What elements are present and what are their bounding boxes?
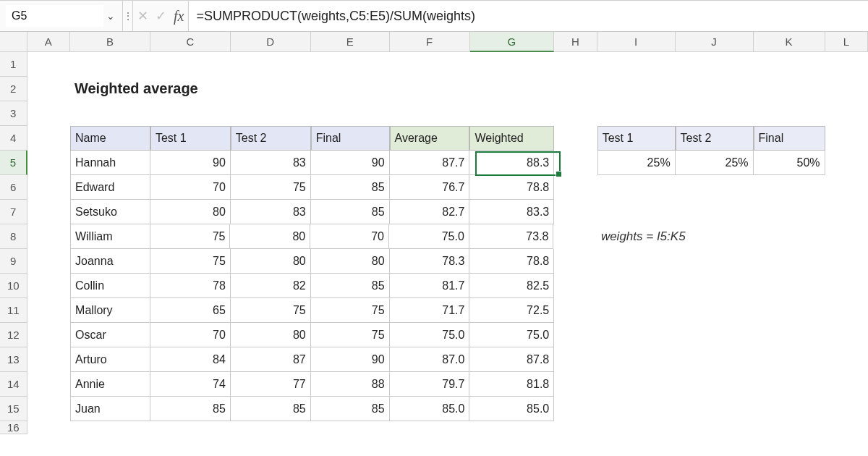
cell-cL16[interactable]	[825, 421, 868, 434]
wth-test1[interactable]: Test 1	[597, 126, 676, 151]
cell-name-15[interactable]: Juan	[70, 397, 150, 421]
cell-t2-12[interactable]: 80	[231, 323, 311, 347]
cell-cI3[interactable]	[597, 101, 676, 126]
cell-J9[interactable]	[676, 249, 754, 274]
cell-H12[interactable]	[554, 323, 597, 347]
cell-J14[interactable]	[676, 372, 754, 397]
col-header-C[interactable]: C	[150, 32, 231, 52]
row-header-4[interactable]: 4	[0, 126, 27, 151]
cell-final-11[interactable]: 75	[311, 298, 390, 323]
cell-final-8[interactable]: 70	[310, 224, 389, 249]
col-header-I[interactable]: I	[597, 32, 676, 52]
cell-A14[interactable]	[27, 372, 70, 397]
cell-K9[interactable]	[754, 249, 825, 274]
cell-avg-7[interactable]: 82.7	[390, 200, 470, 224]
cell-H9[interactable]	[554, 249, 597, 274]
cell-avg-10[interactable]: 81.7	[390, 274, 470, 298]
cell-name-14[interactable]: Annie	[70, 372, 150, 397]
cell-cJ16[interactable]	[676, 421, 754, 434]
row-header-10[interactable]: 10	[0, 274, 27, 298]
cell-cD16[interactable]	[231, 421, 311, 434]
cell-cK3[interactable]	[754, 101, 825, 126]
cell-L7[interactable]	[825, 200, 868, 224]
cell-cG16[interactable]	[469, 421, 554, 434]
cell-final-10[interactable]: 85	[311, 274, 390, 298]
cell-K13[interactable]	[754, 347, 825, 372]
cell-J12[interactable]	[676, 323, 754, 347]
cell-I14[interactable]	[597, 372, 676, 397]
th-weighted[interactable]: Weighted	[469, 126, 554, 151]
cell-cB16[interactable]	[70, 421, 150, 434]
cell-final-14[interactable]: 88	[311, 372, 390, 397]
cell-L6[interactable]	[825, 175, 868, 200]
name-box-dropdown-icon[interactable]: ⌄	[103, 10, 118, 22]
cell-t1-8[interactable]: 75	[150, 224, 231, 249]
cell-wt-9[interactable]: 78.8	[469, 249, 554, 274]
cell-wt-13[interactable]: 87.8	[469, 347, 554, 372]
cell-A10[interactable]	[27, 274, 70, 298]
cell-t2-13[interactable]: 87	[231, 347, 311, 372]
cell-cI2[interactable]	[597, 77, 676, 101]
row-header-11[interactable]: 11	[0, 298, 27, 323]
cell-avg-11[interactable]: 71.7	[390, 298, 470, 323]
cell-t1-14[interactable]: 74	[150, 372, 231, 397]
row-header-8[interactable]: 8	[0, 224, 27, 249]
cell-name-5[interactable]: Hannah	[70, 151, 150, 175]
cell-A15[interactable]	[27, 397, 70, 421]
cell-cG2[interactable]	[470, 77, 555, 101]
cell-t1-11[interactable]: 65	[150, 298, 231, 323]
cell-cG1[interactable]	[469, 52, 554, 77]
cell-cD3[interactable]	[231, 101, 311, 126]
cell-w3[interactable]: 50%	[754, 151, 825, 175]
cell-name-8[interactable]: William	[70, 224, 150, 249]
cell-cC16[interactable]	[150, 421, 231, 434]
cell-K7[interactable]	[754, 200, 825, 224]
cell-A6[interactable]	[27, 175, 70, 200]
cell-J15[interactable]	[676, 397, 754, 421]
cell-J10[interactable]	[676, 274, 754, 298]
cell-cH2[interactable]	[555, 77, 597, 101]
cell-t2-7[interactable]: 83	[231, 200, 311, 224]
cell-w2[interactable]: 25%	[676, 151, 754, 175]
cell-H13[interactable]	[554, 347, 597, 372]
cell-J13[interactable]	[676, 347, 754, 372]
cell-cB1[interactable]	[70, 52, 150, 77]
cell-final-15[interactable]: 85	[311, 397, 390, 421]
cell-cH1[interactable]	[554, 52, 597, 77]
cell-H15[interactable]	[554, 397, 597, 421]
cell-avg-8[interactable]: 75.0	[389, 224, 469, 249]
cell-avg-6[interactable]: 76.7	[390, 175, 470, 200]
row-header-12[interactable]: 12	[0, 323, 27, 347]
cell-name-7[interactable]: Setsuko	[70, 200, 150, 224]
row-header-2[interactable]: 2	[0, 77, 27, 101]
fx-icon[interactable]: fx	[174, 8, 184, 25]
cell-A7[interactable]	[27, 200, 70, 224]
cell-cK2[interactable]	[754, 77, 825, 101]
cell-wt-11[interactable]: 72.5	[469, 298, 554, 323]
cell-avg-12[interactable]: 75.0	[390, 323, 470, 347]
cell-cI1[interactable]	[597, 52, 676, 77]
col-header-A[interactable]: A	[27, 32, 70, 52]
cell-t1-6[interactable]: 70	[150, 175, 231, 200]
cell-K6[interactable]	[754, 175, 825, 200]
cell-t1-10[interactable]: 78	[150, 274, 231, 298]
cell-t2-10[interactable]: 82	[231, 274, 311, 298]
cell-final-9[interactable]: 80	[311, 249, 390, 274]
cell-cA3[interactable]	[27, 101, 70, 126]
worksheet[interactable]: A B C D E F G H I J K L 12Weighted avera…	[0, 32, 868, 456]
cell-name-11[interactable]: Mallory	[70, 298, 150, 323]
cell-t2-8[interactable]: 80	[230, 224, 310, 249]
cell-cF16[interactable]	[390, 421, 470, 434]
cell-final-7[interactable]: 85	[311, 200, 390, 224]
cell-J11[interactable]	[676, 298, 754, 323]
cell-H4[interactable]	[554, 126, 597, 151]
cell-H10[interactable]	[554, 274, 597, 298]
cell-L13[interactable]	[825, 347, 868, 372]
col-header-G[interactable]: G	[470, 32, 555, 52]
cell-wt-14[interactable]: 81.8	[469, 372, 554, 397]
cell-wt-15[interactable]: 85.0	[469, 397, 554, 421]
cell-I7[interactable]	[597, 200, 676, 224]
cell-t2-9[interactable]: 80	[231, 249, 311, 274]
cell-cF3[interactable]	[390, 101, 470, 126]
cell-I10[interactable]	[597, 274, 676, 298]
